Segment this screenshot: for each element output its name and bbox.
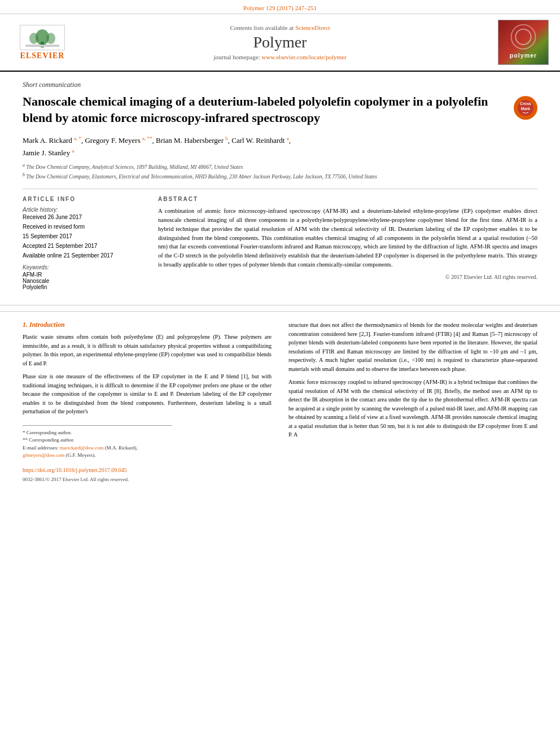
affiliations: a The Dow Chemical Company, Analytical S… xyxy=(23,162,537,181)
journal-center-info: Contents lists available at ScienceDirec… xyxy=(73,24,487,60)
article-type: Short communication xyxy=(23,81,537,89)
article-title-text: Nanoscale chemical imaging of a deuteriu… xyxy=(23,94,514,126)
body-para-1: Plastic waste streams often contain both… xyxy=(23,333,272,368)
svg-point-3 xyxy=(29,33,38,44)
keyword-2: Nanoscale xyxy=(23,278,147,284)
abstract-col: abstract A combination of atomic force m… xyxy=(158,196,537,290)
sciencedirect-name: ScienceDirect xyxy=(295,24,330,31)
svg-text:Mark: Mark xyxy=(521,107,530,111)
received-date: Received 26 June 2017 xyxy=(23,214,147,220)
polymer-logo: polymer xyxy=(498,20,549,65)
main-body: 1. Introduction Plastic waste streams of… xyxy=(0,311,560,491)
body-para-2: Phase size is one measure of the effecti… xyxy=(23,372,272,416)
author-5: Jamie J. Stanley a xyxy=(23,148,74,157)
body-para-4: Atomic force microscopy coupled to infra… xyxy=(288,378,537,439)
journal-top-bar: Polymer 129 (2017) 247–251 xyxy=(0,0,560,14)
article-info-col: article info Article history: Received 2… xyxy=(23,196,147,290)
footnote-2: ** Corresponding author. xyxy=(23,436,172,444)
abstract-text: A combination of atomic force microscopy… xyxy=(158,207,537,269)
sciencedirect-link: Contents lists available at ScienceDirec… xyxy=(85,24,475,31)
polymer-logo-box: polymer xyxy=(487,20,549,65)
email-rickard[interactable]: marickard@dow.com xyxy=(60,445,103,451)
svg-rect-5 xyxy=(25,45,59,47)
abstract-heading: abstract xyxy=(158,196,537,202)
body-col-right: structure that does not affect the therm… xyxy=(288,321,537,482)
section1-title: 1. Introduction xyxy=(23,321,272,329)
elsevier-wordmark: ELSEVIER xyxy=(20,51,65,60)
keywords-label: Keywords: xyxy=(23,264,147,270)
author-4: Carl W. Reinhardt a, xyxy=(231,136,291,145)
two-col-body: 1. Introduction Plastic waste streams of… xyxy=(23,321,537,482)
accepted-date: Accepted 21 September 2017 xyxy=(23,243,147,249)
doi-link[interactable]: https://doi.org/10.1016/j.polymer.2017.0… xyxy=(23,467,127,473)
volume-issue: Polymer 129 (2017) 247–251 xyxy=(243,5,317,11)
received-revised-label: Received in revised form xyxy=(23,224,147,230)
journal-header: ELSEVIER Contents lists available at Sci… xyxy=(0,14,560,72)
crossmark-badge: Cross Mark xyxy=(514,96,537,120)
homepage-url: www.elsevier.com/locate/polymer xyxy=(261,54,346,60)
svg-text:polymer: polymer xyxy=(510,52,537,59)
email-meyers[interactable]: gfmeyers@dow.com xyxy=(23,452,64,458)
article-info-heading: article info xyxy=(23,196,147,202)
elsevier-logo: ELSEVIER xyxy=(11,25,73,60)
article-body: Short communication Nanoscale chemical i… xyxy=(0,72,560,299)
affiliation-a: a The Dow Chemical Company, Analytical S… xyxy=(23,162,537,171)
body-para-3: structure that does not affect the therm… xyxy=(288,321,537,373)
article-title-block: Nanoscale chemical imaging of a deuteriu… xyxy=(23,94,537,126)
footnote-3: E-mail addresses: marickard@dow.com (M.A… xyxy=(23,444,172,460)
journal-homepage: journal homepage: www.elsevier.com/locat… xyxy=(85,54,475,60)
doi-section: https://doi.org/10.1016/j.polymer.2017.0… xyxy=(23,464,272,482)
authors-line: Mark A. Rickard a, *, Gregory F. Meyers … xyxy=(23,134,537,159)
body-col-left: 1. Introduction Plastic waste streams of… xyxy=(23,321,272,482)
received-revised-date: 15 September 2017 xyxy=(23,233,147,239)
copyright-line: © 2017 Elsevier Ltd. All rights reserved… xyxy=(158,274,537,280)
available-date: Available online 21 September 2017 xyxy=(23,252,147,259)
svg-text:Cross: Cross xyxy=(520,102,531,106)
affiliation-b: b The Dow Chemical Company, Elastomers, … xyxy=(23,172,537,181)
elsevier-logo-image xyxy=(20,25,65,50)
journal-name: Polymer xyxy=(85,33,475,51)
svg-point-4 xyxy=(46,33,55,44)
info-abstract-section: article info Article history: Received 2… xyxy=(23,189,537,290)
author-2: Gregory F. Meyers a, **, xyxy=(85,136,154,145)
page: Polymer 129 (2017) 247–251 ELSEVIER xyxy=(0,0,560,491)
issn-line: 0032-3861/© 2017 Elsevier Ltd. All right… xyxy=(23,477,272,482)
keyword-1: AFM-IR xyxy=(23,272,147,278)
keyword-3: Polyolefin xyxy=(23,284,147,290)
history-label: Article history: xyxy=(23,207,147,213)
footnote-section: * Corresponding author. ** Corresponding… xyxy=(23,425,172,460)
keywords-section: Keywords: AFM-IR Nanoscale Polyolefin xyxy=(23,264,147,290)
author-1: Mark A. Rickard a, *, xyxy=(23,136,83,145)
author-3: Brian M. Habersberger b, xyxy=(156,136,230,145)
footnote-1: * Corresponding author. xyxy=(23,429,172,437)
